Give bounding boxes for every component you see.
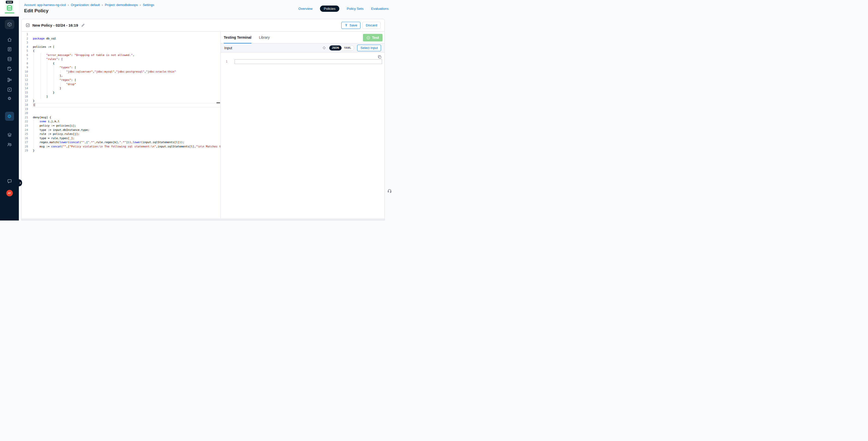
code-line[interactable]: 17} (22, 99, 220, 103)
pipeline-hierarchy-icon[interactable] (7, 77, 12, 83)
breadcrumb-separator: › (102, 3, 103, 7)
input-line-number: 1 (226, 60, 227, 63)
code-line[interactable]: 28 msg := concat("",["Policy violation:\… (22, 145, 220, 149)
tab-evaluations[interactable]: Evaluations (371, 7, 389, 10)
discard-button-label: Discard (366, 23, 377, 27)
line-number: 24 (22, 128, 28, 132)
database-icon[interactable] (7, 57, 12, 62)
code-line[interactable]: 6 "error_message": "Dropping of table is… (22, 53, 220, 58)
code-line[interactable]: 26 type = rule.types[_]; (22, 136, 220, 140)
card-toolbar: New Policy - 02/24 - 16:19 Save Discard (22, 19, 384, 32)
line-number: 2 (22, 37, 28, 41)
avatar[interactable]: AT (6, 190, 13, 196)
line-number: 8 (22, 62, 28, 66)
tab-testing-terminal[interactable]: Testing Terminal (224, 32, 251, 43)
home-icon[interactable] (7, 37, 12, 42)
organizations-users-icon[interactable] (7, 142, 12, 147)
code-line[interactable]: 25 rule := policy.rules[j]; (22, 132, 220, 136)
line-number: 18 (22, 103, 28, 107)
input-empty-line-box[interactable] (235, 59, 382, 64)
discard-button[interactable]: Discard (363, 22, 380, 29)
tab-policy-sets[interactable]: Policy Sets (347, 7, 364, 10)
diamond-icon[interactable] (322, 46, 326, 50)
test-play-icon (366, 36, 370, 40)
edit-policy-card: New Policy - 02/24 - 16:19 Save Discard … (21, 19, 385, 220)
test-button[interactable]: Test (363, 34, 382, 41)
executions-play-icon[interactable] (7, 87, 12, 92)
code-line[interactable]: 8 { (22, 62, 220, 66)
code-line[interactable]: 2package db_sql (22, 37, 220, 41)
breadcrumb-separator: › (68, 3, 69, 7)
breadcrumb-organization[interactable]: Organization: default (71, 3, 100, 7)
input-editor[interactable]: 1 (221, 53, 384, 219)
tab-overview[interactable]: Overview (299, 7, 312, 10)
format-json[interactable]: JSON (329, 45, 341, 51)
code-line[interactable]: 15 } (22, 91, 220, 95)
code-line[interactable]: 27 regex.match(lower(concat("",[".*",rul… (22, 140, 220, 145)
line-number: 12 (22, 78, 28, 83)
select-input-button[interactable]: Select Input (357, 45, 381, 51)
code-line[interactable]: 5{ (22, 49, 220, 53)
sidebar: NEW ⚙ ⚙ AT (0, 0, 19, 220)
database-edit-icon[interactable] (7, 66, 12, 71)
format-yaml[interactable]: YAML (342, 45, 354, 51)
line-number: 29 (22, 149, 28, 153)
line-number: 27 (22, 140, 28, 145)
environments-layers-icon[interactable] (7, 132, 12, 137)
code-line[interactable]: 1 (22, 32, 220, 37)
code-repo-icon[interactable] (7, 47, 12, 52)
line-number: 1 (22, 32, 28, 37)
line-number: 17 (22, 99, 28, 103)
new-badge: NEW (6, 1, 13, 3)
code-line[interactable]: 29} (22, 149, 220, 153)
breadcrumb-settings[interactable]: Settings (143, 3, 154, 7)
code-line[interactable]: 7 "rules": [ (22, 57, 220, 62)
harness-db-devops-logo-icon[interactable] (5, 4, 13, 12)
tab-policies-active[interactable]: Policies (320, 5, 339, 12)
module-cube-icon[interactable] (5, 20, 14, 29)
edit-name-pencil-icon[interactable] (81, 23, 85, 27)
line-number: 15 (22, 91, 28, 95)
settings-gear-selected-icon[interactable]: ⚙ (5, 112, 14, 121)
code-line[interactable]: 11 ], (22, 74, 220, 78)
horizontal-scrollbar[interactable] (22, 219, 384, 220)
code-line[interactable]: 13 "drop" (22, 83, 220, 87)
line-number: 6 (22, 53, 28, 58)
logo-underline (5, 12, 14, 13)
policy-top-nav: Overview Policies Policy Sets Evaluation… (299, 5, 389, 12)
save-button[interactable]: Save (341, 22, 361, 29)
format-toggle: JSON YAML (329, 45, 354, 51)
text-cursor (35, 103, 35, 106)
code-line[interactable]: 21deny[msg] { (22, 116, 220, 120)
save-button-label: Save (349, 23, 357, 27)
code-line[interactable]: 9 "types": [ (22, 66, 220, 70)
logo-block: NEW (0, 0, 19, 17)
code-line[interactable]: 12 "regex": [ (22, 78, 220, 83)
code-line[interactable]: 18] (22, 103, 220, 107)
breadcrumb-account[interactable]: Account: app-harness-ng-cicd (24, 3, 66, 7)
line-number: 16 (22, 95, 28, 99)
support-headset-icon[interactable] (387, 188, 392, 194)
line-number: 13 (22, 83, 28, 87)
line-number: 22 (22, 120, 28, 124)
chat-bubble-icon[interactable] (7, 179, 12, 184)
code-line[interactable]: 19 (22, 107, 220, 112)
code-line[interactable]: 23 policy := policies[i]; (22, 124, 220, 128)
code-line[interactable]: 24 type := input.dbInstance.type; (22, 128, 220, 132)
policy-code-editor[interactable]: 12package db_sql34policies := [5{6 "erro… (22, 32, 220, 219)
policy-check-icon (26, 23, 30, 27)
breadcrumb-project[interactable]: Project: demodbdevops (105, 3, 137, 7)
code-line[interactable]: 4policies := [ (22, 45, 220, 49)
settings-gear-icon[interactable]: ⚙ (7, 96, 11, 101)
tab-library[interactable]: Library (259, 32, 270, 43)
line-number: 20 (22, 111, 28, 116)
code-line[interactable]: 20 (22, 111, 220, 116)
line-number: 14 (22, 86, 28, 91)
code-line[interactable]: 3 (22, 41, 220, 45)
code-line[interactable]: 22 some i,j,k,l (22, 120, 220, 124)
code-line[interactable]: 10 "jdbc:sqlserver","jdbc:mysql","jdbc:p… (22, 70, 220, 74)
breadcrumb-separator: › (140, 3, 141, 7)
code-line[interactable]: 16 ] (22, 95, 220, 99)
code-line[interactable]: 14 ] (22, 86, 220, 91)
cursor-overview-mark (217, 102, 220, 103)
